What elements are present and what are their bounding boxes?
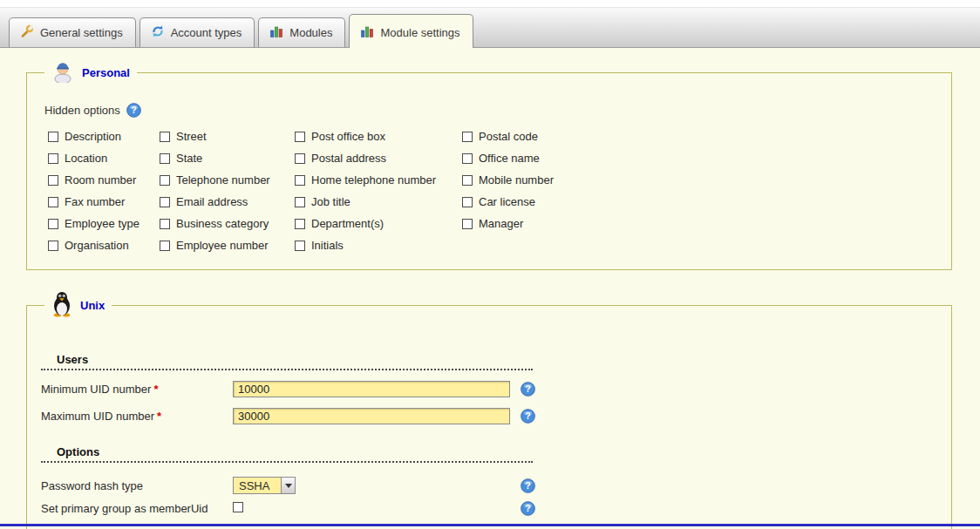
checkbox[interactable] [295, 197, 305, 207]
unix-legend: Unix [44, 291, 112, 320]
hidden-option-item: Fax number [48, 195, 160, 208]
checkbox[interactable] [160, 219, 170, 229]
password-hash-select[interactable]: SSHA [233, 477, 296, 494]
checkbox-label: Fax number [65, 195, 125, 208]
member-uid-checkbox[interactable] [233, 502, 243, 512]
checkbox[interactable] [48, 175, 58, 186]
checkbox-label: Telephone number [176, 173, 270, 187]
help-icon[interactable]: ? [521, 409, 535, 424]
hidden-option-item: State [160, 152, 295, 165]
checkbox-label: Organisation [65, 239, 129, 252]
hidden-option-item: Job title [295, 195, 462, 208]
hidden-option-item: Manager [462, 217, 654, 230]
hidden-option-item: Street [160, 130, 295, 143]
options-section-title: Options [41, 445, 533, 463]
checkbox[interactable] [160, 241, 170, 251]
checkbox-label: Postal code [479, 130, 538, 143]
hidden-option-item: Business category [160, 217, 295, 230]
checkbox-label: Business category [176, 217, 269, 230]
help-icon[interactable]: ? [521, 382, 535, 397]
min-uid-label: Minimum UID number* [41, 383, 233, 396]
hidden-option-item: Description [48, 130, 160, 143]
hidden-option-item: Telephone number [160, 173, 295, 187]
checkbox-label: Manager [479, 217, 523, 230]
checkbox-label: Car license [479, 195, 535, 208]
max-uid-field-wrap [233, 408, 521, 424]
checkbox[interactable] [160, 153, 170, 164]
checkbox-label: Postal address [311, 152, 386, 165]
checkbox-label: Description [65, 130, 121, 143]
help-icon[interactable]: ? [521, 501, 535, 516]
checkbox[interactable] [48, 197, 58, 207]
checkbox-label: Office name [479, 152, 540, 165]
module-settings-icon [360, 24, 374, 41]
hidden-options-label: Hidden options [44, 104, 120, 117]
account-types-icon [151, 24, 165, 41]
checkbox[interactable] [462, 219, 473, 229]
min-uid-field-wrap [233, 381, 521, 397]
hidden-option-item: Home telephone number [295, 173, 462, 187]
tab-label: General settings [40, 26, 123, 39]
checkbox[interactable] [462, 132, 473, 142]
checkbox[interactable] [48, 241, 58, 251]
tab-modules[interactable]: Modules [258, 17, 345, 47]
checkbox-label: Street [176, 130, 207, 143]
hidden-option-item: Mobile number [462, 173, 654, 187]
personal-legend-label: Personal [82, 66, 130, 79]
checkbox[interactable] [160, 175, 170, 186]
checkbox[interactable] [295, 132, 305, 142]
checkbox[interactable] [462, 153, 473, 164]
checkbox[interactable] [295, 153, 305, 164]
select-dropdown-button[interactable] [281, 478, 295, 493]
checkbox-label: Job title [311, 195, 350, 208]
hidden-option-item: Department(s) [295, 217, 462, 230]
checkbox[interactable] [48, 219, 58, 229]
svg-text:?: ? [131, 105, 136, 115]
checkbox-label: State [176, 152, 202, 165]
help-icon[interactable]: ? [126, 103, 141, 118]
svg-text:?: ? [525, 383, 530, 394]
person-icon [51, 60, 74, 85]
checkbox[interactable] [295, 241, 305, 251]
tab-label: Account types [171, 26, 242, 39]
bottom-accent-bar [0, 524, 980, 526]
tab-module-settings[interactable]: Module settings [349, 14, 473, 48]
chevron-down-icon [285, 484, 292, 488]
tab-bar: General settings Account types Modules [0, 7, 980, 48]
max-uid-row: Maximum UID number* ? [41, 408, 937, 424]
modules-icon [269, 24, 283, 41]
max-uid-input[interactable] [233, 408, 510, 424]
required-marker: * [153, 383, 158, 396]
unix-legend-label: Unix [80, 299, 105, 312]
checkbox[interactable] [160, 197, 170, 207]
checkbox-label: Initials [311, 239, 344, 252]
checkbox-label: Mobile number [479, 173, 554, 187]
hidden-options-grid: Description Street Post office box Posta… [48, 130, 937, 252]
hidden-option-item: Location [48, 152, 160, 165]
personal-fieldset: Personal Hidden options ? Description St… [26, 60, 952, 270]
checkbox[interactable] [48, 132, 58, 142]
unix-fieldset: Unix Users Minimum UID number* ? Maximum… [26, 291, 952, 529]
checkbox[interactable] [462, 197, 473, 207]
hidden-option-item: Employee type [48, 217, 160, 230]
checkbox-label: Post office box [311, 130, 385, 143]
hidden-option-item: Organisation [48, 239, 160, 252]
hidden-option-item: Initials [295, 239, 462, 252]
checkbox[interactable] [160, 132, 170, 142]
svg-text:?: ? [525, 480, 530, 491]
password-hash-label: Password hash type [41, 479, 233, 492]
help-icon[interactable]: ? [521, 478, 535, 493]
min-uid-input[interactable] [233, 381, 510, 397]
checkbox[interactable] [295, 219, 305, 229]
password-hash-field-wrap: SSHA [233, 477, 521, 494]
member-uid-field-wrap [233, 502, 521, 515]
checkbox[interactable] [48, 153, 58, 164]
tab-account-types[interactable]: Account types [140, 17, 255, 47]
checkbox-label: Employee number [176, 239, 269, 252]
tux-icon [51, 291, 72, 320]
checkbox[interactable] [462, 175, 473, 186]
checkbox[interactable] [295, 175, 305, 186]
checkbox-label: Employee type [65, 217, 140, 230]
tab-general-settings[interactable]: General settings [9, 17, 136, 47]
hidden-option-item: Office name [462, 152, 654, 165]
